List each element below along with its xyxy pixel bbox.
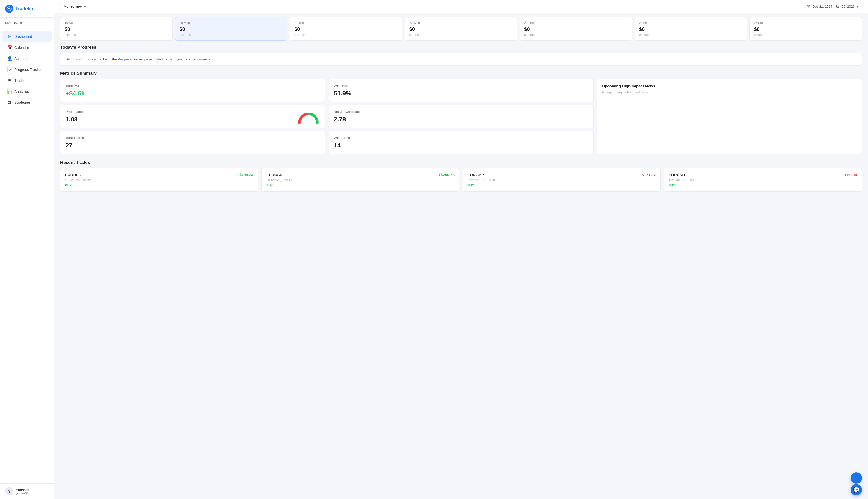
- avatar: Y: [5, 487, 13, 495]
- date-range-picker[interactable]: 📅 Dec 21, 2024 - Jan 20, 2025 ▾: [803, 3, 862, 10]
- calendar-day-trades: 0 trades: [180, 33, 283, 37]
- topbar: Money view ▾ 📅 Dec 21, 2024 - Jan 20, 20…: [54, 0, 868, 13]
- app-name: Tradelio: [15, 6, 33, 12]
- trade-symbol: EURUSD: [65, 173, 81, 177]
- chat-button[interactable]: 💬: [851, 484, 862, 495]
- analytics-icon: 📊: [7, 89, 12, 94]
- recent-trades-title: Recent Trades: [60, 160, 862, 165]
- sidebar-item-label-calendar: Calendar: [14, 46, 29, 50]
- trade-symbol: EURUSD: [266, 173, 282, 177]
- risk-reward-label: Risk/Reward Ratio: [334, 110, 588, 114]
- metric-card-news: Upcoming High Impact News No upcoming hi…: [597, 79, 862, 154]
- sidebar-item-label-strategies: Strategies: [14, 100, 30, 105]
- trade-card[interactable]: EURGBP $171.37 15/1/2025, 16:10:58 BUY: [463, 168, 661, 192]
- sidebar-item-calendar[interactable]: 📅 Calendar: [2, 42, 52, 53]
- progress-message-suffix: page to start tracking your daily perfor…: [143, 57, 211, 61]
- calendar-day-trades: 0 trades: [754, 33, 857, 37]
- trade-type: BUY: [467, 184, 656, 187]
- sidebar-user: Y Youssef youssef@t: [0, 483, 54, 499]
- sidebar-item-label-trades: Trades: [14, 78, 25, 83]
- trades-grid: EURUSD +$198.34 16/1/2025, 8:33:32 BUY E…: [60, 168, 862, 192]
- sidebar-item-label-analytics: Analytics: [14, 89, 29, 94]
- balance-display: $54,019.19: [0, 18, 54, 28]
- calendar-day-label: 23 Thu: [524, 21, 628, 25]
- user-email: youssef@t: [16, 492, 29, 495]
- calendar-day-label: 22 Wed: [409, 21, 513, 25]
- trade-card[interactable]: EURUSD +$198.34 16/1/2025, 8:33:32 BUY: [60, 168, 258, 192]
- calendar-day-value: $0: [64, 26, 168, 32]
- calendar-day[interactable]: 21 Tue $0 0 trades: [290, 17, 402, 41]
- sidebar-item-analytics[interactable]: 📊 Analytics: [2, 86, 52, 97]
- calendar-day-trades: 0 trades: [294, 33, 398, 37]
- trade-date: 16/1/2025, 8:33:17: [266, 179, 455, 182]
- trade-date: 15/1/2025, 16:10:58: [467, 179, 656, 182]
- win-trades-label: Win trades: [334, 136, 588, 140]
- recent-trades-section: Recent Trades EURUSD +$198.34 16/1/2025,…: [60, 160, 862, 192]
- dashboard-icon: ⊞: [7, 34, 12, 39]
- sidebar-item-label-dashboard: Dashboard: [14, 35, 32, 39]
- calendar-day[interactable]: 24 Fri $0 0 trades: [635, 17, 747, 41]
- user-name: Youssef: [16, 488, 29, 492]
- view-selector[interactable]: Money view ▾: [60, 3, 89, 10]
- trade-card[interactable]: EURUSD $60.00 15/1/2025, 13:16:15 BUY: [664, 168, 862, 192]
- calendar-day-value: $0: [294, 26, 398, 32]
- trade-type: BUY: [65, 184, 253, 187]
- calendar-day-value: $0: [409, 26, 513, 32]
- accounts-icon: 👤: [7, 56, 12, 61]
- total-pnl-label: Total P&L: [65, 84, 320, 88]
- metric-card-risk-reward: Risk/Reward Ratio 2.78: [329, 105, 594, 128]
- add-trade-button[interactable]: +: [851, 472, 862, 484]
- trade-symbol: EURGBP: [467, 173, 484, 177]
- trade-date: 16/1/2025, 8:33:32: [65, 179, 253, 182]
- profit-factor-value: 1.08: [65, 116, 84, 123]
- calendar-day[interactable]: 22 Wed $0 0 trades: [405, 17, 517, 41]
- calendar-day-value: $0: [180, 26, 283, 32]
- win-rate-label: Win Rate: [334, 84, 588, 88]
- trade-type: BUY: [266, 184, 455, 187]
- user-info: Youssef youssef@t: [16, 488, 29, 495]
- calendar-day-label: 25 Sat: [754, 21, 857, 25]
- nav-menu: ⊞ Dashboard 📅 Calendar 👤 Accounts 📈 Prog…: [0, 28, 54, 483]
- sidebar-item-accounts[interactable]: 👤 Accounts: [2, 53, 52, 64]
- trade-type: BUY: [669, 184, 857, 187]
- win-trades-value: 14: [334, 142, 588, 149]
- progress-tracker-link[interactable]: Progress Tracker: [118, 57, 143, 61]
- calendar-day-value: $0: [524, 26, 628, 32]
- sidebar-logo[interactable]: Tradelio: [0, 0, 54, 18]
- sidebar-item-dashboard[interactable]: ⊞ Dashboard: [2, 31, 52, 42]
- trade-date: 15/1/2025, 13:16:15: [669, 179, 857, 182]
- calendar-day-label: 24 Fri: [639, 21, 743, 25]
- metrics-grid: Total P&L +$4.6k Win Rate 51.9% Upcoming…: [60, 79, 862, 154]
- calendar-day[interactable]: 19 Sun $0 0 trades: [60, 17, 173, 41]
- win-rate-value: 51.9%: [334, 90, 588, 97]
- total-pnl-value: +$4.6k: [65, 90, 320, 97]
- calendar-day-trades: 0 trades: [409, 33, 513, 37]
- calendar-day[interactable]: 20 Mon $0 0 trades: [175, 17, 288, 41]
- calendar-day-value: $0: [639, 26, 743, 32]
- calendar-day[interactable]: 23 Thu $0 0 trades: [519, 17, 632, 41]
- news-title: Upcoming High Impact News: [602, 84, 856, 88]
- metric-card-total-pnl: Total P&L +$4.6k: [60, 79, 326, 102]
- profit-factor-label: Profit Factor: [65, 110, 84, 114]
- trade-card[interactable]: EURUSD +$206.78 16/1/2025, 8:33:17 BUY: [261, 168, 460, 192]
- sidebar-item-label-progress: Progress Tracker: [14, 68, 42, 72]
- calendar-day-trades: 0 trades: [64, 33, 168, 37]
- view-selector-label: Money view: [63, 4, 83, 9]
- calendar-icon: 📅: [7, 45, 12, 50]
- calendar-day-trades: 0 trades: [639, 33, 743, 37]
- trade-pnl: $60.00: [845, 173, 857, 177]
- sidebar-item-trades[interactable]: ≡ Trades: [2, 75, 52, 86]
- calendar-day[interactable]: 25 Sat $0 0 trades: [749, 17, 862, 41]
- calendar-day-label: 21 Tue: [294, 21, 398, 25]
- calendar-day-trades: 0 trades: [524, 33, 628, 37]
- calendar-week-row: 19 Sun $0 0 trades 20 Mon $0 0 trades 21…: [60, 17, 862, 41]
- topbar-left: Money view ▾: [60, 3, 89, 10]
- profit-factor-gauge: [297, 110, 320, 123]
- metric-card-total-trades: Total Trades 27: [60, 131, 326, 154]
- sidebar-item-progress-tracker[interactable]: 📈 Progress Tracker: [2, 64, 52, 75]
- todays-progress-title: Today's Progress: [60, 45, 862, 50]
- logo-icon: [5, 5, 13, 13]
- calendar-day-label: 20 Mon: [180, 21, 283, 25]
- strategies-icon: 🏛: [7, 100, 12, 105]
- sidebar-item-strategies[interactable]: 🏛 Strategies: [2, 97, 52, 108]
